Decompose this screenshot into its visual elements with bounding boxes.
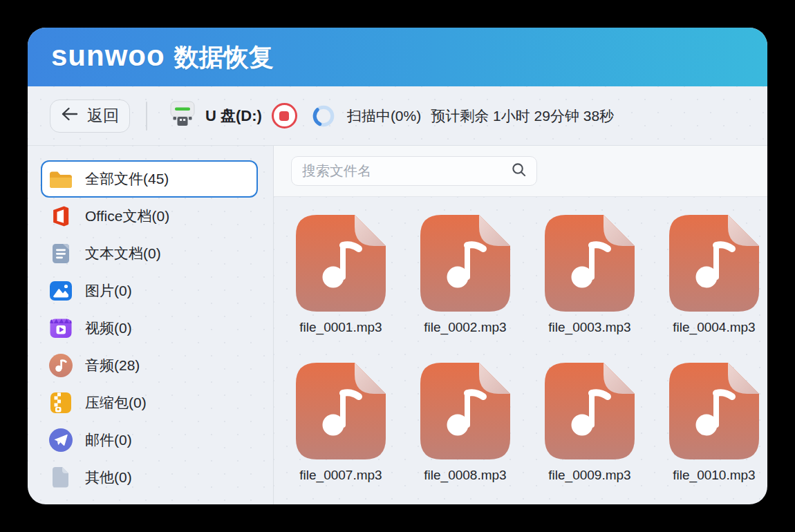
- mp3-file-icon: [420, 363, 510, 459]
- file-name: file_0004.mp3: [673, 320, 755, 335]
- sidebar-item-label: 文本文档(0): [85, 244, 161, 263]
- sidebar-item-videos[interactable]: 视频(0): [41, 310, 258, 347]
- search-box[interactable]: [291, 156, 537, 186]
- mail-icon: [48, 428, 73, 453]
- toolbar: 返回 U 盘(D:): [28, 86, 767, 146]
- sidebar-item-archives[interactable]: 压缩包(0): [41, 384, 258, 421]
- file-name: file_0003.mp3: [548, 320, 630, 335]
- sidebar-item-label: 图片(0): [85, 281, 132, 301]
- file-name: file_0009.mp3: [548, 468, 630, 483]
- file-grid: file_0001.mp3 file_0002.mp3 file_0003.mp…: [274, 197, 767, 504]
- mp3-file-icon: [296, 363, 386, 459]
- stop-square-icon: [279, 111, 289, 121]
- mp3-file-icon: [420, 215, 510, 312]
- video-icon: [48, 316, 73, 341]
- mp3-file-icon: [669, 215, 759, 312]
- image-icon: [48, 278, 73, 303]
- back-button[interactable]: 返回: [50, 99, 130, 133]
- sidebar-item-office-docs[interactable]: Office文档(0): [41, 198, 258, 235]
- sidebar-item-images[interactable]: 图片(0): [41, 272, 258, 310]
- file-card[interactable]: file_0004.mp3: [669, 215, 759, 336]
- scan-spinner-icon: [312, 104, 335, 128]
- sidebar-item-label: 全部文件(45): [85, 169, 169, 189]
- sidebar-item-label: 视频(0): [85, 319, 132, 338]
- app-title: 数据恢复: [174, 41, 274, 75]
- app-logo: sunwoo 数据恢复: [51, 39, 274, 75]
- sidebar-item-label: 邮件(0): [85, 430, 132, 450]
- main-body: 全部文件(45) Office文档(0) 文本文档(0) 图片(0) 视频(0)…: [28, 146, 767, 504]
- sidebar-item-label: 压缩包(0): [85, 393, 147, 412]
- search-icon[interactable]: [511, 162, 527, 180]
- scan-eta-text: 预计剩余 1小时 29分钟 38秒: [431, 106, 614, 126]
- drive-selector: U 盘(D:): [169, 99, 262, 133]
- sidebar-item-audio[interactable]: 音频(28): [41, 347, 258, 384]
- brand-name: sunwoo: [51, 39, 165, 73]
- stop-scan-button[interactable]: [272, 103, 297, 129]
- text-doc-icon: [48, 241, 73, 266]
- app-header: sunwoo 数据恢复: [28, 28, 767, 86]
- sidebar-item-label: 其他(0): [85, 468, 132, 487]
- folder-icon: [48, 167, 73, 191]
- category-sidebar: 全部文件(45) Office文档(0) 文本文档(0) 图片(0) 视频(0)…: [28, 146, 274, 504]
- search-input[interactable]: [302, 163, 511, 179]
- mp3-file-icon: [545, 363, 635, 459]
- file-card[interactable]: file_0010.mp3: [669, 363, 759, 484]
- drive-label: U 盘(D:): [205, 106, 262, 126]
- scan-progress-text: 扫描中(0%): [347, 106, 421, 126]
- audio-icon: [48, 353, 73, 378]
- back-arrow-icon: [61, 106, 79, 126]
- file-card[interactable]: file_0007.mp3: [296, 363, 386, 484]
- mp3-file-icon: [669, 363, 759, 459]
- mp3-file-icon: [296, 215, 386, 312]
- file-name: file_0008.mp3: [424, 468, 506, 483]
- file-card[interactable]: file_0008.mp3: [420, 363, 510, 484]
- sidebar-item-text-docs[interactable]: 文本文档(0): [41, 235, 258, 272]
- search-band: [274, 146, 767, 197]
- file-card[interactable]: file_0001.mp3: [296, 215, 386, 336]
- app-window: sunwoo 数据恢复 返回: [28, 28, 767, 504]
- scan-status: 扫描中(0%) 预计剩余 1小时 29分钟 38秒: [347, 106, 614, 126]
- file-card[interactable]: file_0002.mp3: [420, 215, 510, 336]
- sidebar-item-label: Office文档(0): [85, 207, 169, 226]
- other-icon: [48, 465, 73, 490]
- file-name: file_0010.mp3: [673, 468, 755, 483]
- file-name: file_0001.mp3: [299, 320, 382, 335]
- sidebar-item-mail[interactable]: 邮件(0): [41, 421, 258, 459]
- mp3-file-icon: [545, 215, 635, 312]
- sidebar-item-all-files[interactable]: 全部文件(45): [41, 160, 258, 198]
- sidebar-item-other[interactable]: 其他(0): [41, 459, 258, 496]
- file-card[interactable]: file_0003.mp3: [545, 215, 635, 336]
- content-area: file_0001.mp3 file_0002.mp3 file_0003.mp…: [274, 146, 767, 504]
- sidebar-item-label: 音频(28): [85, 356, 140, 375]
- usb-drive-icon: [169, 99, 196, 133]
- file-name: file_0007.mp3: [299, 468, 382, 483]
- toolbar-divider: [146, 102, 147, 131]
- office-icon: [48, 204, 73, 229]
- back-button-label: 返回: [87, 105, 119, 126]
- file-card[interactable]: file_0009.mp3: [545, 363, 635, 484]
- file-name: file_0002.mp3: [424, 320, 506, 335]
- zip-icon: [48, 390, 73, 415]
